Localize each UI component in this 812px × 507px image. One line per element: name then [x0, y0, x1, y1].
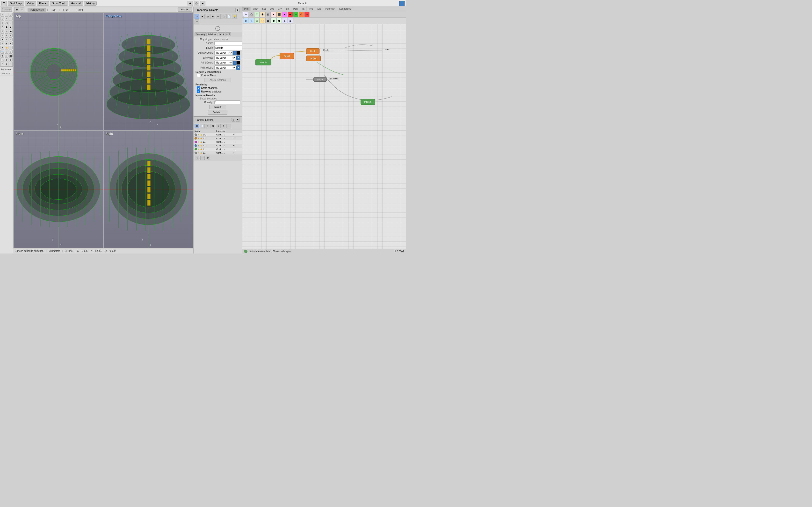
display-color-check[interactable] — [233, 51, 237, 55]
gh-tab-dis[interactable]: Dis — [315, 7, 323, 11]
props-object-icon[interactable]: ⬚ — [221, 14, 226, 19]
layer-icon-list[interactable]: ≡ — [216, 124, 221, 128]
print-color-select[interactable]: By Layer — [214, 61, 233, 65]
props-display-icon[interactable]: ⊟ — [216, 14, 221, 19]
viewport-grid-icon[interactable]: ⊞ — [14, 7, 19, 12]
gh-node-factor[interactable]: Factor — [313, 77, 327, 81]
subtab-util[interactable]: Util — [225, 32, 231, 36]
layer-more-btn-0[interactable]: ⋯ — [233, 133, 238, 136]
subtab-geometry[interactable]: Geometry — [195, 32, 207, 36]
gh-icon-16[interactable]: ⬡ — [260, 18, 265, 23]
viewport-right[interactable]: Right — [104, 131, 193, 248]
custom-mesh-checkbox[interactable] — [197, 74, 200, 77]
layer-more-btn-4[interactable]: ⋯ — [233, 148, 238, 151]
hamburger-menu-btn[interactable]: ☰ — [1, 1, 7, 6]
block-tool[interactable]: ▪ — [9, 42, 12, 45]
gh-tab-trns[interactable]: Trns — [307, 7, 316, 11]
print-color-check[interactable] — [233, 61, 237, 65]
rhino-window-btn[interactable] — [399, 1, 405, 6]
viewport-top[interactable]: Top — [14, 13, 103, 130]
view-tool[interactable]: ⊞ — [0, 38, 4, 41]
name-input[interactable] — [214, 41, 242, 45]
layer-select[interactable] — [214, 46, 242, 50]
gh-icon-14[interactable]: ○ — [249, 18, 254, 23]
smart-track-btn[interactable]: SmartTrack — [50, 1, 68, 6]
record-icon[interactable]: ⏺ — [188, 1, 193, 6]
gh-tab-prm[interactable]: Prm — [242, 7, 251, 11]
explode-tool[interactable]: ✦ — [9, 62, 12, 66]
gh-icon-21[interactable]: ◉ — [288, 18, 293, 23]
surface-tool[interactable]: ⬡ — [0, 25, 4, 29]
line-tool[interactable]: / — [9, 13, 12, 17]
grid-snap-btn[interactable]: Grid Snap — [8, 1, 24, 6]
gh-node-meshin[interactable]: MeshIn — [255, 59, 271, 65]
layer-icon-help[interactable]: ? — [221, 124, 226, 128]
gh-tab-math[interactable]: Math — [251, 7, 260, 11]
remove-layer-btn[interactable]: − — [200, 156, 205, 160]
snap-tool[interactable]: ⊗ — [9, 33, 12, 37]
layer-row-4[interactable]: ☀🔒L...Conti...⬦⋯ — [194, 148, 242, 151]
tab-front[interactable]: Front — [61, 8, 72, 12]
gh-icon-7[interactable]: ⬛ — [276, 12, 282, 17]
match-btn[interactable]: Match — [209, 105, 226, 109]
pan-tool[interactable]: ✋ — [5, 46, 8, 50]
fillet-tool[interactable]: ◜ — [0, 62, 4, 66]
viewport-perspective[interactable]: Perspective — [104, 13, 193, 130]
gh-icon-1[interactable]: ⊕ — [243, 12, 248, 17]
viewport-front[interactable]: Front — [14, 131, 103, 248]
layer-settings-btn[interactable]: ⚙ — [206, 156, 210, 160]
layer-icon-box[interactable]: □ — [205, 124, 210, 128]
gh-icon-2[interactable]: ◯ — [249, 12, 254, 17]
gumball-btn[interactable]: Gumball — [69, 1, 83, 6]
point-tool[interactable]: · — [5, 13, 8, 17]
solid-tool[interactable]: ◆ — [9, 25, 12, 29]
draft-tool[interactable]: △ — [9, 38, 12, 41]
stretch-tool[interactable]: ⊠ — [9, 58, 12, 62]
command-input[interactable] — [1, 7, 12, 12]
props-sun-icon[interactable]: ☀ — [195, 19, 199, 24]
adjust-settings-btn[interactable]: Adjust Settings — [204, 78, 231, 82]
layer-more-btn-1[interactable]: ⋯ — [233, 137, 238, 139]
curve-tool[interactable]: ⌓ — [9, 21, 12, 25]
planar-btn[interactable]: Planar — [37, 1, 49, 6]
gh-tab-set[interactable]: Set — [260, 7, 268, 11]
align-tool[interactable]: ⊞ — [0, 54, 4, 58]
gh-icon-4[interactable]: ⬢ — [260, 12, 265, 17]
layer-more-btn-2[interactable]: ⋯ — [233, 141, 238, 143]
gh-factor-value[interactable]: ◎ 3.000 — [329, 77, 339, 80]
layers-settings-btn[interactable]: ⚙ — [232, 118, 236, 122]
props-reset-icon[interactable]: ↺ — [215, 26, 220, 31]
gh-tab-kangaroo[interactable]: Kangaroo2 — [337, 7, 353, 11]
display-color-swatch[interactable] — [237, 51, 240, 55]
gh-node-mesh-center[interactable]: Mesh — [306, 48, 319, 54]
gh-node-adjust2[interactable]: Adjust — [306, 56, 321, 61]
ungroup-tool[interactable]: ⬛ — [9, 54, 12, 58]
print-color-swatch[interactable] — [237, 61, 240, 65]
gh-icon-6[interactable]: ■ — [271, 12, 276, 17]
gh-tab-crv[interactable]: Crv — [276, 7, 284, 11]
gh-tab-srf[interactable]: Srf — [284, 7, 291, 11]
gh-icon-9[interactable]: ◆ — [288, 12, 293, 17]
frame-tool[interactable]: ⊟ — [9, 50, 12, 54]
group-tool[interactable]: ⬚ — [5, 54, 8, 58]
select-tool[interactable]: ↖ — [0, 13, 4, 17]
gh-icon-19[interactable]: ⬢ — [276, 18, 282, 23]
density-input[interactable] — [214, 101, 240, 104]
gh-icon-3[interactable]: ⬡ — [254, 12, 260, 17]
linetype-dropdown-btn[interactable]: ▼ — [236, 56, 240, 60]
print-width-select[interactable]: By Layer — [214, 65, 236, 70]
orbit-tool[interactable]: ⊙ — [9, 46, 12, 50]
gh-icon-8[interactable]: ● — [282, 12, 287, 17]
gh-node-meshin2[interactable]: MeshIn — [361, 99, 375, 105]
edit-tool[interactable]: ✎ — [5, 38, 8, 41]
gh-icon-10[interactable]: → — [293, 12, 298, 17]
gh-icon-12[interactable]: ⊗ — [304, 12, 310, 17]
tab-top[interactable]: Top — [49, 8, 58, 12]
layer-row-5[interactable]: ☀🔒L...Conti...⬦⋯ — [194, 151, 242, 155]
dim-tool[interactable]: ⇔ — [0, 33, 4, 37]
mesh-tool[interactable]: ⬢ — [5, 25, 8, 29]
gh-icon-13[interactable]: ⊕ — [243, 18, 248, 23]
gh-icon-11[interactable]: ⟳ — [299, 12, 304, 17]
props-layer-icon[interactable]: ▤ — [205, 14, 210, 19]
gh-icon-17[interactable]: ▦ — [265, 18, 271, 23]
